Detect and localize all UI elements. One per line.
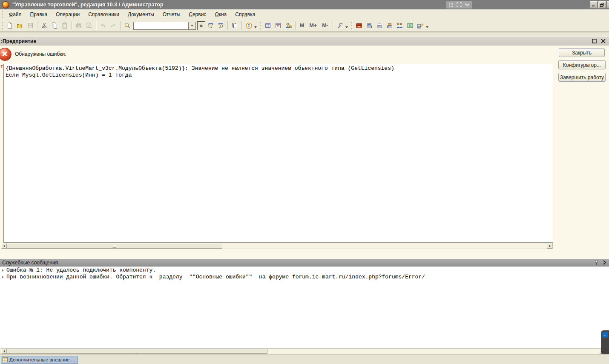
scrollbar-thumb[interactable] <box>7 243 222 249</box>
menu-label: Д <box>128 11 131 17</box>
scrollbar-thumb[interactable] <box>7 349 267 354</box>
menu-label: Справочники <box>88 11 119 17</box>
menu-operations[interactable]: Операции <box>52 10 84 19</box>
calc-edit-icon[interactable] <box>415 21 425 30</box>
overlay-back-button[interactable]: ← <box>602 332 608 338</box>
calendar-icon[interactable]: 31 <box>273 21 283 30</box>
memory-subtract-button[interactable]: M- <box>319 23 331 29</box>
save-icon[interactable] <box>25 21 35 30</box>
menu-service[interactable]: Сервис <box>184 10 210 19</box>
find-next-icon[interactable] <box>205 21 215 30</box>
error-text-area[interactable]: {ВнешняяОбработка.VirtueMart_v3cr.Модуль… <box>3 64 553 243</box>
cash-drawer-icon[interactable] <box>354 21 364 30</box>
arrow-left-icon <box>3 245 5 247</box>
fiscal-printer-icon[interactable] <box>385 21 395 30</box>
minimize-button[interactable] <box>590 1 598 8</box>
mdi-close-button[interactable] <box>600 38 606 44</box>
memory-add-button[interactable]: M+ <box>307 23 319 29</box>
menu-label: С <box>189 11 192 17</box>
message-text: Ошибка № 1: Не удалось подключить компон… <box>6 267 156 274</box>
find-previous-icon[interactable] <box>215 21 226 30</box>
toolbar-separator <box>96 21 96 30</box>
toolbar-separator <box>120 21 121 30</box>
chevron-right-icon[interactable] <box>603 260 606 265</box>
user-lock-icon[interactable] <box>283 21 293 30</box>
shutdown-button[interactable]: Завершить работу <box>558 73 606 82</box>
toolbar-grip[interactable] <box>351 22 352 29</box>
cash-register-icon[interactable] <box>364 21 374 30</box>
open-icon[interactable] <box>15 21 25 30</box>
memory-recall-button[interactable]: M <box>297 23 307 29</box>
menu-label: окументы <box>131 11 154 17</box>
menu-edit[interactable]: Правка <box>26 10 52 19</box>
message-row[interactable]: При возникновении данной ошибки. Обратит… <box>0 274 609 281</box>
print-preview-icon[interactable] <box>84 21 94 30</box>
toolbar-separator <box>72 21 72 30</box>
menu-label: ервис <box>192 11 206 17</box>
chevron-down-icon[interactable] <box>465 3 470 6</box>
expand-arrows-icon[interactable] <box>457 2 462 7</box>
paste-icon[interactable] <box>60 21 70 30</box>
customers-icon[interactable] <box>395 21 405 30</box>
menu-label: Спр <box>235 11 244 17</box>
menu-directories[interactable]: Справочники <box>84 10 124 19</box>
error-icon <box>0 48 11 61</box>
menu-documents[interactable]: Документы <box>124 10 158 19</box>
wrench-dropdown-icon[interactable] <box>345 26 348 28</box>
menu-label: О <box>215 11 218 17</box>
scroll-left-button[interactable] <box>1 349 7 354</box>
new-document-icon[interactable] <box>5 21 15 30</box>
search-clear-button[interactable]: × <box>197 21 205 30</box>
menu-label: равка <box>34 11 47 17</box>
arrow-right-icon <box>549 245 551 247</box>
receipt-printer-icon[interactable] <box>374 21 385 30</box>
service-messages-header[interactable]: Служебные сообщения <box>0 259 609 267</box>
menu-help[interactable]: Справка <box>231 10 259 19</box>
pin-icon[interactable] <box>594 260 599 265</box>
toolbar-separator <box>37 21 37 30</box>
menu-label: айл <box>13 11 21 17</box>
cut-icon[interactable] <box>39 21 49 30</box>
toolbar-separator <box>295 21 296 30</box>
scrollbar-track[interactable] <box>267 349 599 354</box>
windows-copy-icon[interactable] <box>230 21 240 30</box>
window-title: "Управление торговлей", редакция 10.3 / … <box>12 2 164 8</box>
enterprise-error-dialog: Обнаружены ошибки: Закрыть Конфигуратор.… <box>0 46 609 259</box>
close-dialog-button[interactable]: Закрыть <box>559 48 605 57</box>
scroll-left-button[interactable] <box>1 243 7 249</box>
menu-reports[interactable]: Отчеты <box>158 10 184 19</box>
arrow-left-icon <box>3 350 5 353</box>
menu-label: кна <box>219 11 227 17</box>
price-table-icon[interactable]: $ <box>405 21 415 30</box>
mdi-maximize-button[interactable] <box>591 38 598 44</box>
configurator-button[interactable]: Конфигуратор... <box>558 60 606 69</box>
toolbar-grip[interactable] <box>2 11 3 18</box>
search-dropdown-button[interactable] <box>188 22 196 30</box>
menu-file[interactable]: Файл <box>5 10 26 19</box>
search-input[interactable] <box>133 22 188 30</box>
menu-bar: Файл Правка Операции Справочники Докумен… <box>0 9 609 20</box>
overlay-widget: ← <box>601 330 609 354</box>
toolbar-grip[interactable] <box>2 22 3 29</box>
menu-windows[interactable]: Окна <box>210 10 231 19</box>
info-icon[interactable] <box>244 21 254 30</box>
print-icon[interactable] <box>74 21 84 30</box>
info-dropdown-icon[interactable] <box>254 26 257 28</box>
titlebar-mini-toolbar <box>446 1 472 9</box>
table-icon[interactable] <box>263 21 273 30</box>
copy-icon[interactable] <box>49 21 60 30</box>
close-button[interactable] <box>607 1 609 8</box>
calc-dropdown-icon[interactable] <box>426 26 428 28</box>
window-controls <box>590 1 609 8</box>
toolbar-grip[interactable] <box>260 22 261 29</box>
taskbar-tab-active[interactable]: Дополнительные внешние ... <box>1 356 78 364</box>
scrollbar-track[interactable] <box>222 243 547 249</box>
forward-icon[interactable] <box>108 21 118 30</box>
message-row[interactable]: Ошибка № 1: Не удалось подключить компон… <box>0 267 609 274</box>
scroll-right-button[interactable] <box>547 243 552 249</box>
wrench-icon[interactable] <box>335 21 345 30</box>
search-icon[interactable] <box>122 21 132 30</box>
restore-button[interactable] <box>598 1 606 8</box>
grid-dots-icon[interactable] <box>449 3 454 7</box>
back-icon[interactable] <box>98 21 108 30</box>
